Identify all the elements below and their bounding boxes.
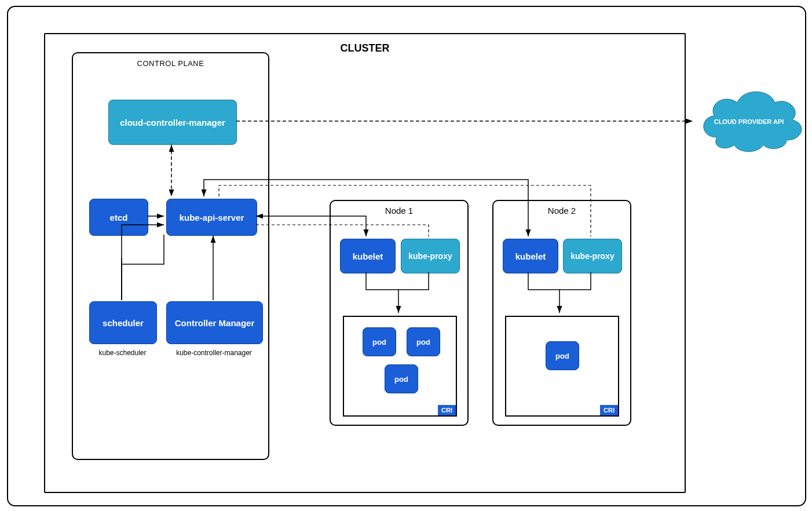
etcd-box: etcd — [89, 199, 148, 236]
node2-kubeproxy-box: kube-proxy — [563, 239, 622, 273]
node1-kubelet-box: kubelet — [340, 239, 396, 273]
cloud-controller-manager-box: cloud-controller-manager — [108, 100, 237, 145]
node-1-title: Node 1 — [331, 206, 467, 216]
kubeproxy-label-2: kube-proxy — [570, 251, 614, 261]
node1-cri-label: CRI — [438, 405, 456, 415]
scheduler-sublabel: kube-scheduler — [89, 349, 156, 357]
kubelet-label-2: kubelet — [515, 251, 546, 261]
node-2-title: Node 2 — [493, 206, 630, 216]
apiserver-label: kube-api-server — [180, 213, 244, 222]
kubeproxy-label-1: kube-proxy — [408, 251, 452, 261]
cm-label: Controller Manager — [175, 318, 255, 328]
node1-cri-container: pod pod pod CRI — [343, 316, 457, 417]
node1-pod-2: pod — [407, 327, 440, 356]
outer-frame: CLUSTER CONTROL PLANE cloud-controller-m… — [7, 6, 806, 506]
node2-cri-container: pod CRI — [505, 316, 619, 417]
cloud-icon: CLOUD PROVIDER API — [694, 82, 804, 163]
controller-manager-box: Controller Manager — [166, 301, 263, 344]
control-plane-title: CONTROL PLANE — [73, 59, 268, 68]
etcd-label: etcd — [110, 213, 128, 222]
kube-api-server-box: kube-api-server — [166, 199, 257, 236]
scheduler-label: scheduler — [103, 318, 144, 328]
cloud-api-label: CLOUD PROVIDER API — [714, 118, 784, 125]
node1-pod-1: pod — [363, 327, 396, 356]
cm-sublabel: kube-controller-manager — [166, 349, 262, 357]
ccm-label: cloud-controller-manager — [120, 118, 225, 127]
kubelet-label-1: kubelet — [353, 251, 383, 261]
node2-cri-label: CRI — [600, 405, 618, 415]
scheduler-box: scheduler — [89, 301, 157, 344]
node1-kubeproxy-box: kube-proxy — [401, 239, 460, 273]
node2-pod-1: pod — [546, 341, 579, 370]
node2-kubelet-box: kubelet — [503, 239, 558, 273]
node1-pod-3: pod — [385, 364, 418, 393]
